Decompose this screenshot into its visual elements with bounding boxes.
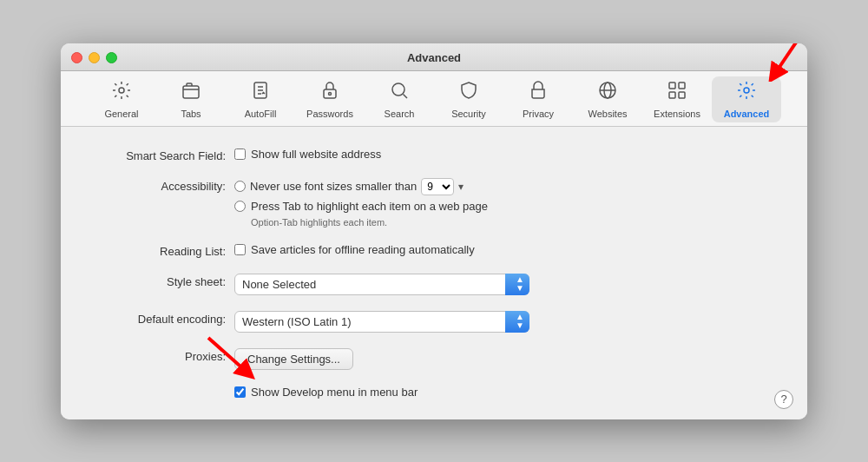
tab-advanced[interactable]: Advanced: [712, 76, 781, 122]
accessibility-fontsize-row: Never use font sizes smaller than 9 ▾: [234, 178, 488, 195]
accessibility-row: Accessibility: Never use font sizes smal…: [95, 178, 773, 228]
style-sheet-select[interactable]: None Selected: [234, 274, 529, 295]
default-encoding-row: Default encoding: Western (ISO Latin 1) …: [95, 311, 773, 333]
tab-extensions-label: Extensions: [654, 109, 700, 119]
reading-list-row: Reading List: Save articles for offline …: [95, 243, 773, 258]
smart-search-control: Show full website address: [234, 148, 381, 161]
reading-list-control: Save articles for offline reading automa…: [234, 243, 475, 256]
help-button[interactable]: ?: [774, 390, 793, 409]
develop-menu-control: Show Develop menu in menu bar: [234, 386, 418, 399]
svg-line-9: [404, 94, 408, 98]
websites-icon: [597, 80, 618, 106]
title-bar: Advanced: [61, 43, 807, 71]
chevron-icon: ▾: [458, 181, 464, 193]
accessibility-tab-row: Press Tab to highlight each item on a we…: [234, 200, 488, 213]
smart-search-checkbox[interactable]: [234, 148, 246, 160]
svg-point-8: [392, 83, 404, 96]
tab-privacy[interactable]: Privacy: [503, 76, 573, 122]
develop-menu-checkbox-label: Show Develop menu in menu bar: [251, 386, 418, 399]
develop-menu-checkbox-row: Show Develop menu in menu bar: [234, 386, 418, 399]
develop-menu-checkbox[interactable]: [234, 386, 246, 398]
accessibility-fontsize-select[interactable]: 9: [421, 178, 454, 195]
svg-rect-14: [679, 82, 685, 89]
style-sheet-row: Style sheet: None Selected ▲▼: [95, 274, 773, 295]
develop-menu-row: Show Develop menu in menu bar: [95, 386, 773, 399]
svg-point-7: [329, 92, 332, 95]
tab-passwords[interactable]: Passwords: [295, 76, 365, 122]
tab-advanced-label: Advanced: [724, 109, 770, 119]
tab-websites[interactable]: Websites: [573, 76, 642, 122]
tab-tabs-label: Tabs: [181, 109, 201, 119]
accessibility-fontsize-label: Never use font sizes smaller than: [250, 180, 417, 193]
accessibility-hint: Option-Tab highlights each item.: [251, 217, 488, 228]
accessibility-label: Accessibility:: [95, 178, 234, 193]
toolbar: General Tabs Auto: [61, 71, 807, 127]
reading-list-checkbox-row: Save articles for offline reading automa…: [234, 243, 475, 256]
autofill-icon: [250, 80, 271, 106]
smart-search-checkbox-row: Show full website address: [234, 148, 381, 161]
traffic-lights: [71, 52, 117, 63]
svg-rect-15: [669, 92, 675, 98]
privacy-icon: [528, 80, 549, 106]
tabs-icon: [181, 80, 201, 106]
proxies-label: Proxies:: [95, 348, 234, 363]
tab-search-label: Search: [385, 109, 415, 119]
tab-tabs[interactable]: Tabs: [156, 76, 226, 122]
tab-privacy-label: Privacy: [523, 109, 554, 119]
accessibility-tab-label: Press Tab to highlight each item on a we…: [251, 200, 488, 213]
proxies-row: Proxies: Change Settings...: [95, 348, 773, 370]
accessibility-tab-radio[interactable]: [234, 201, 246, 212]
maximize-button[interactable]: [106, 52, 117, 63]
reading-list-checkbox-label: Save articles for offline reading automa…: [251, 243, 475, 256]
tab-websites-label: Websites: [588, 109, 627, 119]
smart-search-label: Smart Search Field:: [95, 148, 234, 162]
smart-search-checkbox-label: Show full website address: [251, 148, 381, 161]
accessibility-control: Never use font sizes smaller than 9 ▾ Pr…: [234, 178, 488, 228]
svg-point-0: [119, 88, 124, 93]
tab-extensions[interactable]: Extensions: [642, 76, 712, 122]
search-icon: [389, 80, 410, 106]
tab-security[interactable]: Security: [434, 76, 503, 122]
window-title: Advanced: [407, 51, 461, 64]
advanced-icon: [736, 80, 757, 106]
proxies-button[interactable]: Change Settings...: [234, 348, 353, 370]
style-sheet-control: None Selected ▲▼: [234, 274, 529, 295]
extensions-icon: [667, 80, 687, 106]
proxies-control: Change Settings...: [234, 348, 353, 370]
default-encoding-select[interactable]: Western (ISO Latin 1): [234, 311, 529, 333]
tab-security-label: Security: [451, 109, 486, 119]
tab-general[interactable]: General: [87, 76, 156, 122]
passwords-icon: [319, 80, 340, 106]
settings-content: Smart Search Field: Show full website ad…: [61, 127, 807, 419]
svg-rect-13: [669, 82, 675, 89]
tab-autofill[interactable]: AutoFill: [226, 76, 295, 122]
svg-rect-1: [183, 86, 199, 98]
style-sheet-select-wrapper: None Selected ▲▼: [234, 274, 529, 295]
tab-search[interactable]: Search: [365, 76, 434, 122]
accessibility-fontsize-radio[interactable]: [234, 181, 246, 192]
default-encoding-select-wrapper: Western (ISO Latin 1) ▲▼: [234, 311, 529, 333]
smart-search-row: Smart Search Field: Show full website ad…: [95, 148, 773, 162]
svg-rect-6: [324, 89, 336, 98]
reading-list-label: Reading List:: [95, 243, 234, 258]
svg-rect-16: [679, 92, 685, 98]
tab-general-label: General: [104, 109, 138, 119]
general-icon: [111, 80, 132, 106]
svg-point-17: [744, 88, 749, 93]
style-sheet-label: Style sheet:: [95, 274, 234, 288]
tab-passwords-label: Passwords: [306, 109, 353, 119]
close-button[interactable]: [71, 52, 82, 63]
security-icon: [458, 80, 479, 106]
default-encoding-label: Default encoding:: [95, 311, 234, 326]
default-encoding-control: Western (ISO Latin 1) ▲▼: [234, 311, 529, 333]
reading-list-checkbox[interactable]: [234, 244, 246, 255]
tab-autofill-label: AutoFill: [245, 109, 277, 119]
develop-menu-label-spacer: [95, 386, 234, 387]
minimize-button[interactable]: [89, 52, 100, 63]
